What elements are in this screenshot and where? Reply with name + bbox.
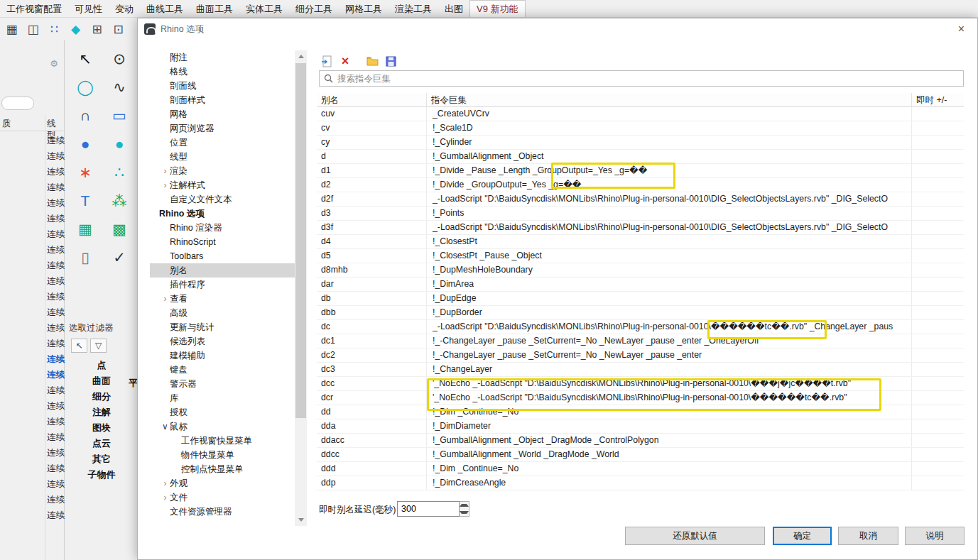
import-aliases-icon[interactable]: [366, 55, 379, 67]
alias-row[interactable]: d2 !_Divide _GroupOutput=_Yes _g=��: [317, 178, 964, 192]
macro-cell[interactable]: !_DimCreaseAngle: [427, 476, 912, 490]
menu-item[interactable]: V9 新功能: [469, 0, 526, 17]
tree-item[interactable]: 键盘: [150, 363, 295, 377]
alias-row[interactable]: cuv _CreateUVCrv: [317, 107, 964, 121]
macro-cell[interactable]: !_ChangeLayer: [427, 363, 912, 376]
gear-icon[interactable]: ⚙: [50, 58, 58, 69]
split-view-icon[interactable]: ◫: [23, 20, 43, 39]
alias-row[interactable]: dda !_DimDiameter: [317, 419, 964, 434]
circle-icon[interactable]: ◯: [72, 77, 98, 98]
tree-item[interactable]: 位置: [150, 136, 295, 150]
alias-cell[interactable]: dda: [317, 419, 427, 433]
linetype-row[interactable]: 连续: [0, 445, 64, 461]
menu-item[interactable]: 细分工具: [289, 0, 339, 17]
menu-item[interactable]: 曲面工具: [190, 0, 239, 17]
alias-row[interactable]: db !_DupEdge: [317, 292, 964, 306]
delay-input[interactable]: [397, 501, 460, 517]
linetype-row[interactable]: 连续: [0, 351, 64, 367]
macro-cell[interactable]: !_DimDiameter: [427, 419, 912, 433]
linetype-row[interactable]: 连续: [0, 336, 64, 351]
alias-cell[interactable]: dcr: [317, 391, 427, 405]
menu-item[interactable]: 渲染工具: [389, 0, 438, 17]
tree-item[interactable]: 剖面样式: [150, 93, 295, 107]
macro-cell[interactable]: _CreateUVCrv: [427, 107, 912, 121]
alias-row[interactable]: cy !_Cylinder: [317, 136, 964, 150]
point-icon[interactable]: ⊙: [107, 48, 132, 70]
rectangle-icon[interactable]: ▭: [107, 105, 132, 126]
realtime-cell[interactable]: [912, 121, 964, 135]
tree-expand-icon[interactable]: ›: [161, 178, 170, 192]
tree-item[interactable]: 文件资源管理器: [150, 505, 295, 519]
macro-cell[interactable]: !_Divide _Pause _Length _GroupOutput=_Ye…: [427, 164, 912, 177]
menu-item[interactable]: 出图: [438, 0, 469, 17]
alias-cell[interactable]: ddd: [317, 462, 427, 476]
restore-defaults-button[interactable]: 还原默认值: [625, 527, 765, 545]
alias-row[interactable]: ddcc !_GumballAlignment _World _DragMode…: [317, 448, 964, 462]
tree-expand-icon[interactable]: ›: [161, 490, 170, 505]
linetype-row[interactable]: 连续: [0, 226, 64, 242]
tree-item[interactable]: 格线: [150, 65, 295, 79]
alias-row[interactable]: d4 !_ClosestPt: [317, 235, 964, 249]
named-position-icon[interactable]: ⊡: [109, 20, 128, 39]
alias-cell[interactable]: dc3: [317, 363, 427, 376]
realtime-cell[interactable]: [912, 207, 964, 220]
macro-cell[interactable]: !_DupMeshHoleBoundary: [427, 263, 912, 277]
linetype-row[interactable]: 连续: [0, 148, 64, 164]
alias-cell[interactable]: d2f: [317, 192, 427, 206]
alias-row[interactable]: dcc '_NoEcho _-LoadScript "D:\BaiduSyncd…: [317, 377, 964, 391]
tree-item[interactable]: 线型: [150, 150, 295, 164]
alias-row[interactable]: d1 !_Divide _Pause _Length _GroupOutput=…: [317, 164, 964, 178]
alias-row[interactable]: ddacc !_GumballAlignment _Object _DragMo…: [317, 434, 964, 448]
macro-cell[interactable]: !_Dim _Continue=_No: [427, 405, 912, 419]
linetype-row[interactable]: 连续: [0, 164, 64, 180]
alias-cell[interactable]: d3: [317, 207, 427, 220]
alias-row[interactable]: dc _-LoadScript "D:\BaiduSyncdisk\MONLib…: [317, 320, 964, 334]
filter-item[interactable]: 点: [65, 358, 138, 373]
linetype-row[interactable]: 连续: [0, 320, 64, 336]
linetype-row[interactable]: 连续: [0, 429, 64, 445]
menu-item[interactable]: 曲线工具: [140, 0, 190, 17]
alias-cell[interactable]: dd: [317, 405, 427, 419]
curve-icon[interactable]: ∿: [107, 77, 132, 98]
macro-cell[interactable]: !_-ChangeLayer _pause _SetCurrent=_No _N…: [427, 348, 912, 362]
macro-cell[interactable]: _-LoadScript "D:\BaiduSyncdisk\MONLibs\R…: [427, 221, 912, 234]
macro-cell[interactable]: '_NoEcho _-LoadScript "D:\BaiduSyncdisk\…: [427, 391, 912, 405]
alias-cell[interactable]: dar: [317, 278, 427, 291]
scrollbar-thumb[interactable]: [295, 63, 306, 418]
filter-item[interactable]: 曲面: [65, 373, 138, 389]
menu-item[interactable]: 网格工具: [339, 0, 389, 17]
realtime-cell[interactable]: [912, 192, 964, 206]
scroll-up-icon[interactable]: [295, 50, 307, 62]
alias-cell[interactable]: d8mhb: [317, 263, 427, 277]
macro-cell[interactable]: _-LoadScript "D:\BaiduSyncdisk\MONLibs\R…: [427, 320, 912, 334]
tree-item[interactable]: 自定义文件文本: [150, 192, 295, 207]
alias-cell[interactable]: d: [317, 150, 427, 163]
realtime-cell[interactable]: [912, 405, 964, 419]
arc-icon[interactable]: ∩: [72, 105, 98, 126]
gem-icon[interactable]: ◆: [66, 20, 85, 39]
tree-item[interactable]: ›渲染: [150, 164, 295, 178]
tree-item[interactable]: ›注解样式: [150, 178, 295, 192]
tree-item[interactable]: Rhino 渲染器: [150, 221, 295, 235]
tree-item[interactable]: 高级: [150, 306, 295, 320]
alias-row[interactable]: dc1 !_-ChangeLayer _pause _SetCurrent=_N…: [317, 334, 964, 348]
realtime-cell[interactable]: [912, 136, 964, 149]
help-button[interactable]: 说明: [905, 527, 965, 545]
macro-cell[interactable]: !_Points: [427, 207, 912, 220]
detail-view-icon[interactable]: ⊞: [87, 20, 107, 39]
tree-item[interactable]: 更新与统计: [150, 320, 295, 334]
linetype-row[interactable]: 连续: [0, 398, 64, 414]
alias-row[interactable]: d5 !_ClosestPt _Pause _Object: [317, 249, 964, 263]
realtime-cell[interactable]: [912, 419, 964, 433]
alias-cell[interactable]: d1: [317, 164, 427, 177]
tree-expand-icon[interactable]: ›: [161, 164, 170, 178]
realtime-cell[interactable]: [912, 434, 964, 447]
macro-cell[interactable]: _-LoadScript "D:\BaiduSyncdisk\MONLibs\R…: [427, 192, 912, 206]
pointcloud-icon[interactable]: ⁂: [107, 190, 132, 212]
tree-item[interactable]: 插件程序: [150, 278, 295, 292]
sphere-icon[interactable]: ●: [72, 133, 98, 155]
alias-cell[interactable]: cuv: [317, 107, 427, 121]
alias-row[interactable]: dbb !_DupBorder: [317, 306, 964, 320]
linetype-row[interactable]: 连续: [0, 492, 64, 507]
tree-item[interactable]: 网格: [150, 107, 295, 121]
